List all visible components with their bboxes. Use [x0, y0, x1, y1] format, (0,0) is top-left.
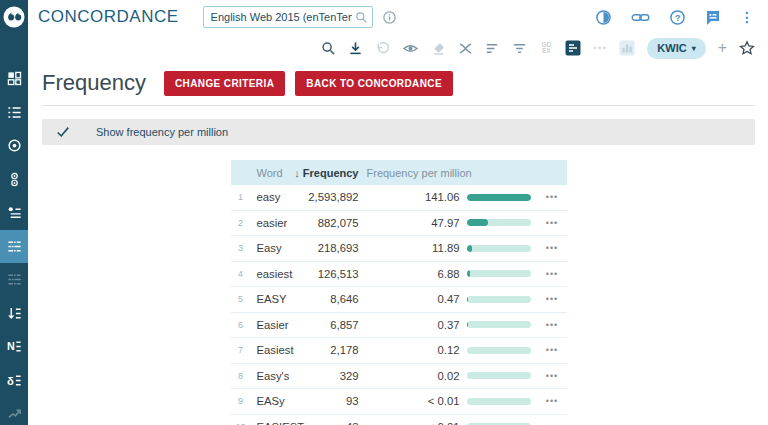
add-tab-icon[interactable]: +: [718, 39, 727, 57]
row-menu-icon[interactable]: •••: [546, 371, 558, 381]
row-menu-icon[interactable]: •••: [546, 294, 558, 304]
change-criteria-button[interactable]: CHANGE CRITERIA: [164, 71, 285, 96]
corpus-selector-input[interactable]: [203, 6, 373, 28]
sidebar-item-thesaurus[interactable]: [0, 196, 28, 230]
column-header-frequency[interactable]: ↓ Frequency: [294, 167, 358, 179]
check-icon: [56, 125, 70, 139]
row-word[interactable]: Easy: [251, 242, 307, 254]
row-rank: 3: [238, 243, 243, 253]
main-content: Frequency CHANGE CRITERIA BACK TO CONCOR…: [28, 62, 768, 425]
back-to-concordance-button[interactable]: BACK TO CONCORDANCE: [295, 71, 453, 96]
view-options-icon[interactable]: [402, 41, 419, 56]
row-menu-icon[interactable]: •••: [546, 192, 558, 202]
table-row[interactable]: 7 Easiest 2,178 0.12 •••: [231, 338, 567, 364]
top-bar: CONCORDANCE ? ⋮: [28, 0, 768, 34]
kwic-sentence-toggle[interactable]: KWIC ▾: [647, 38, 705, 59]
row-word[interactable]: easy: [251, 191, 307, 203]
table-row[interactable]: 4 easiest 126,513 6.88 •••: [231, 262, 567, 288]
sidebar-item-wordlist[interactable]: [0, 230, 28, 264]
undo-icon[interactable]: [375, 41, 390, 56]
row-menu-icon[interactable]: •••: [546, 269, 558, 279]
shuffle-icon[interactable]: [458, 41, 473, 56]
sidebar-item-concordance[interactable]: [0, 96, 28, 130]
row-rank: 8: [238, 371, 243, 381]
row-word[interactable]: easiest: [251, 268, 307, 280]
table-row[interactable]: 9 EASy 93 < 0.01 •••: [231, 389, 567, 415]
overflow-menu-icon[interactable]: ⋮: [740, 10, 754, 24]
ngrams-icon: N: [7, 339, 22, 354]
sidebar-item-trends[interactable]: [0, 397, 28, 425]
row-word[interactable]: Easy's: [251, 370, 307, 382]
row-fpm: 0.47: [438, 293, 460, 305]
row-word[interactable]: Easiest: [251, 344, 307, 356]
corpus-info-icon[interactable]: [382, 10, 397, 25]
notice-label: Show frequency per million: [96, 126, 228, 138]
table-row[interactable]: 3 Easy 218,693 11.89 •••: [231, 236, 567, 262]
chevron-down-icon: ▾: [692, 44, 696, 53]
sidebar-item-word-sketch-difference[interactable]: [0, 163, 28, 197]
row-menu-icon[interactable]: •••: [546, 218, 558, 228]
feedback-icon[interactable]: [705, 9, 721, 25]
frequency-view-icon[interactable]: [565, 40, 581, 56]
row-fpm: 141.06: [425, 191, 460, 203]
row-word[interactable]: EASIEST: [251, 421, 307, 425]
table-row[interactable]: 1 easy 2,593,892 141.06 •••: [231, 185, 567, 211]
table-row[interactable]: 10 EASIEST 43 < 0.01 •••: [231, 415, 567, 425]
gdex-icon[interactable]: GD EX: [539, 42, 553, 55]
frequency-table: Word ↓ Frequency Frequency per million 1…: [231, 160, 567, 425]
sidebar-item-frequency[interactable]: [0, 297, 28, 331]
frequency-per-million-option[interactable]: Show frequency per million: [42, 119, 755, 145]
row-frequency: 8,646: [330, 293, 358, 305]
sidebar-item-keywords[interactable]: [0, 263, 28, 297]
row-word[interactable]: easier: [251, 217, 307, 229]
row-word[interactable]: EASy: [251, 395, 307, 407]
row-word[interactable]: Easier: [251, 319, 307, 331]
favorite-star-icon[interactable]: [739, 40, 755, 56]
toolbar-more-icon[interactable]: •••: [593, 43, 607, 53]
row-frequency: 329: [340, 370, 359, 382]
filter-icon[interactable]: [512, 41, 527, 56]
row-fpm: 11.89: [432, 242, 459, 254]
row-menu-icon[interactable]: •••: [546, 320, 558, 330]
help-icon[interactable]: ?: [669, 9, 686, 26]
sidebar-item-dashboard[interactable]: [0, 62, 28, 96]
page-header: Frequency CHANGE CRITERIA BACK TO CONCOR…: [42, 70, 755, 96]
wordlist-icon: [7, 239, 22, 254]
row-rank: 6: [238, 320, 243, 330]
row-menu-icon[interactable]: •••: [546, 396, 558, 406]
sidebar-nav: N δ: [0, 34, 28, 425]
row-fpm: 0.02: [438, 370, 460, 382]
visualization-icon[interactable]: [619, 40, 635, 56]
search-icon[interactable]: [321, 41, 336, 56]
sketch-engine-logo-icon: [2, 5, 26, 29]
column-header-fpm[interactable]: Frequency per million: [359, 167, 538, 179]
frequency-sort-icon: [7, 306, 22, 321]
table-row[interactable]: 2 easier 882,075 47.97 •••: [231, 211, 567, 237]
kwic-toggle-label: KWIC: [657, 42, 686, 54]
table-row[interactable]: 8 Easy's 329 0.02 •••: [231, 364, 567, 390]
row-menu-icon[interactable]: •••: [546, 345, 558, 355]
download-icon[interactable]: [348, 41, 363, 56]
table-row[interactable]: 6 Easier 6,857 0.37 •••: [231, 313, 567, 339]
concordance-icon: [7, 105, 22, 120]
sketch-engine-logo[interactable]: [0, 0, 28, 34]
link-icon[interactable]: [631, 10, 650, 25]
sidebar-item-terms[interactable]: δ: [0, 364, 28, 398]
row-rank: 4: [238, 269, 243, 279]
corpus-search-icon[interactable]: [355, 11, 368, 24]
sidebar: N δ: [0, 0, 28, 425]
table-row[interactable]: 5 EASY 8,646 0.47 •••: [231, 287, 567, 313]
row-word[interactable]: EASY: [251, 293, 307, 305]
fpm-bar: [460, 372, 538, 379]
word-sketch-difference-icon: [7, 172, 22, 187]
row-frequency: 2,593,892: [308, 191, 358, 203]
trends-icon: [7, 406, 22, 421]
table-header-row: Word ↓ Frequency Frequency per million: [231, 160, 567, 185]
eraser-icon[interactable]: [431, 41, 446, 56]
fpm-bar: [460, 296, 538, 303]
sort-icon[interactable]: [485, 41, 500, 56]
row-menu-icon[interactable]: •••: [546, 243, 558, 253]
sidebar-item-ngrams[interactable]: N: [0, 330, 28, 364]
sidebar-item-word-sketch[interactable]: [0, 129, 28, 163]
appearance-icon[interactable]: [595, 9, 612, 26]
